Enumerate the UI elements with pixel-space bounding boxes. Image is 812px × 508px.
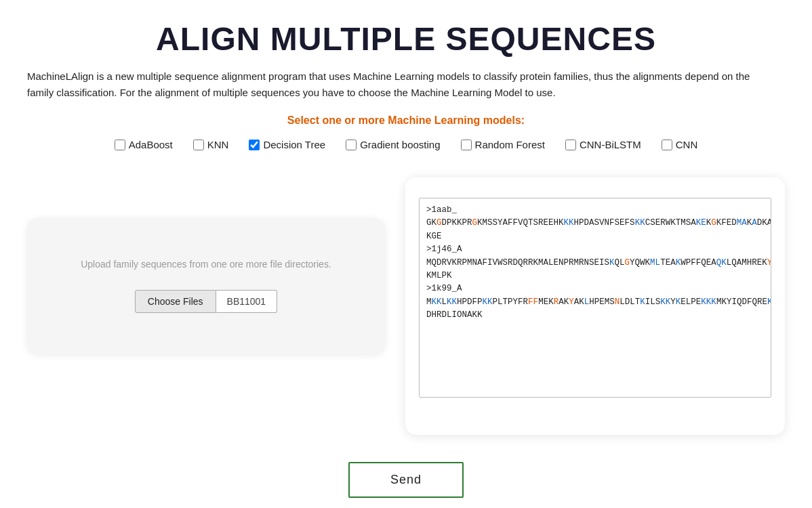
checkbox-cnn-bilstm[interactable] (565, 140, 576, 150)
page-description: MachineLAlign is a new multiple sequence… (27, 68, 773, 101)
sequence-line-1j46-header: >1j46_A (426, 245, 462, 254)
choose-files-button[interactable]: Choose Files (135, 290, 216, 313)
label-cnn: CNN (676, 139, 698, 150)
model-checkboxes-row: AdaBoost KNN Decision Tree Gradient boos… (27, 139, 785, 150)
checkbox-knn[interactable] (193, 140, 204, 150)
page-wrapper: ALIGN MULTIPLE SEQUENCES MachineLAlign i… (0, 0, 812, 508)
page-title: ALIGN MULTIPLE SEQUENCES (27, 20, 785, 58)
model-gradient-boosting[interactable]: Gradient boosting (346, 139, 440, 150)
label-gradient-boosting: Gradient boosting (360, 139, 440, 150)
label-knn: KNN (207, 139, 229, 150)
label-cnn-bilstm: CNN-BiLSTM (580, 139, 641, 150)
sequence-line-1k99-seq: MKKLKKHPDFPKKPLTPYFRFFMEKRAKYAKLHPEMSNLD… (426, 297, 771, 307)
sequence-line-1k99-header: >1k99_A (426, 284, 462, 293)
sequence-panel: >1aab_ GKGDPKKPRGKMSSYAFFVQTSREEHKKKHPDA… (405, 177, 785, 435)
sequence-content-box[interactable]: >1aab_ GKGDPKKPRGKMSSYAFFVQTSREEHKKKHPDA… (419, 198, 771, 398)
sequence-line-1k99-end: DHRDLIONAKK (426, 310, 483, 320)
sequence-line-1aab-seq: GKGDPKKPRGKMSSYAFFVQTSREEHKKKHPDASVNFSEF… (426, 218, 771, 228)
sequence-line-1aab-header: >1aab_ (426, 205, 457, 215)
send-row: Send (27, 462, 785, 498)
model-cnn[interactable]: CNN (662, 139, 698, 150)
checkbox-random-forest[interactable] (461, 140, 472, 150)
model-random-forest[interactable]: Random Forest (461, 139, 545, 150)
sequence-line-1j46-seq: MQDRVKRPMNAFIVWSRDQRRKMALENPRMRNSEISKQLG… (426, 258, 771, 268)
content-area: Upload family sequences from one ore mor… (27, 177, 785, 435)
checkbox-decision-tree[interactable] (249, 140, 260, 150)
upload-instruction: Upload family sequences from one ore mor… (81, 259, 331, 270)
model-adaboost[interactable]: AdaBoost (115, 139, 173, 150)
checkbox-cnn[interactable] (662, 140, 672, 150)
label-decision-tree: Decision Tree (263, 139, 325, 150)
upload-panel: Upload family sequences from one ore mor… (27, 218, 385, 354)
model-cnn-bilstm[interactable]: CNN-BiLSTM (565, 139, 641, 150)
model-knn[interactable]: KNN (193, 139, 229, 150)
checkbox-adaboost[interactable] (115, 140, 125, 150)
send-button[interactable]: Send (348, 462, 464, 498)
label-random-forest: Random Forest (475, 139, 545, 150)
label-adaboost: AdaBoost (129, 139, 173, 150)
sequence-line-1j46-end: KMLPK (426, 271, 452, 280)
file-name-display: BB11001 (216, 290, 278, 313)
file-input-row: Choose Files BB11001 (135, 290, 277, 313)
sequence-line-1aab-end: KGE (426, 232, 442, 241)
model-select-label: Select one or more Machine Learning mode… (27, 114, 785, 127)
checkbox-gradient-boosting[interactable] (346, 140, 357, 150)
model-decision-tree[interactable]: Decision Tree (249, 139, 325, 150)
